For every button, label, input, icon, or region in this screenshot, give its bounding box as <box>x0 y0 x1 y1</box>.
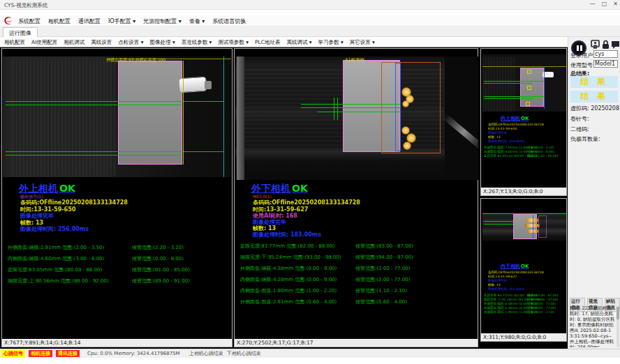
close-button[interactable]: ✕ <box>613 1 618 7</box>
menu-item-io-config[interactable]: IO手配置 ▾ <box>108 17 135 25</box>
yellow-edge-line <box>183 61 184 165</box>
measurement-row: 内侧圆弧-隔膜:4.60mm 范围:(3.00 - 6.00)报警范围:(0.0… <box>8 255 238 261</box>
menu-item-view[interactable]: 查看 ▾ <box>189 17 205 25</box>
tab-strip: 运行图像 <box>0 26 620 37</box>
alarm-range: 报警:(1.10 - 2.10) <box>527 310 554 314</box>
magenta-roi <box>538 215 547 238</box>
alarm-range: 报警:(2.00 - 77.00) <box>527 306 556 310</box>
barcode-line: 条码码:OFfline20250208133134728 <box>488 123 544 126</box>
time-line: 时间:13-31-59-650 <box>488 127 517 130</box>
menu-item-comm-config[interactable]: 通讯配置 <box>78 17 101 25</box>
proc-time-line: 图像处理时间: 183.00ms <box>488 287 524 291</box>
tool-other-settings[interactable]: 其它设置 ▾ <box>350 39 375 46</box>
virtual-code-value: 20250208 <box>591 105 619 112</box>
upper-camera-heartbeat-msg: 上相机心跳结束 <box>189 350 223 357</box>
tool-ai-config[interactable]: AI使用配置 <box>31 39 57 46</box>
result-ok-badge: OK <box>520 116 529 121</box>
machine-edge <box>237 56 244 180</box>
measure-line-vertical <box>334 98 334 120</box>
camera-view-outer-lower[interactable]: A1检测框 <box>235 56 478 180</box>
measurement-row: 内侧圆弧-隔膜:4.28mm 范围:(0.00 - 9.00)报警范围:(2.0… <box>240 276 471 282</box>
alarm-range: 报警:(94.00 - 97.00) <box>527 298 558 301</box>
result-display-2: 结 果 <box>570 91 618 103</box>
camera-name: 外下相机 <box>251 183 290 194</box>
result-ok-badge: OK <box>58 183 75 194</box>
tool-offline-setting[interactable]: 离线设置 <box>91 39 112 46</box>
minimize-button[interactable]: — <box>590 1 596 7</box>
measurement-row: 蓝膜宽度:83.05mm (80.00 - 86.00)报警:(81.00 - … <box>484 154 565 158</box>
menu-item-language[interactable]: 系统语言切换 <box>212 17 246 25</box>
measure-line <box>301 107 400 108</box>
login-user-input[interactable] <box>593 50 618 58</box>
measurement-row: 隔膜宽度-下:95.24mm 范围:(93.00 - 98.00)报警范围:(9… <box>240 254 471 260</box>
pixel-coords-readout: X:267;Y:13;R:0;G:0;B:0 <box>481 188 566 195</box>
measure-value: 蓝膜宽度:83.77mm 范围:(82.00 - 88.00) <box>240 243 334 250</box>
tool-camera-config[interactable]: 相机配置 <box>4 39 25 46</box>
alarm-range: 报警范围:(89.00 - 91.00) <box>132 278 190 285</box>
cell-block-roi <box>118 61 182 165</box>
corner-marker <box>527 70 531 74</box>
tab-run-image[interactable]: 运行图像 <box>3 27 38 37</box>
measure-value: 外侧圆弧-隔膜:4.38mm 范围:(0.00 - 9.00) <box>240 265 337 272</box>
model-input[interactable] <box>593 60 618 68</box>
scrollbar-thumb[interactable] <box>617 307 619 319</box>
measure-line <box>6 155 182 156</box>
measure-value: 隔膜宽度-下:95.24mm 范围:(93.00 - 98.00) <box>240 254 341 261</box>
olive-reference-line <box>482 66 566 67</box>
alarm-range: 报警范围:(2.00 - 77.00) <box>355 276 410 283</box>
app-window: CYS-视觉检测系统 — □ ✕ 系统配置 相机配置 通讯配置 IO手配置 ▾ … <box>0 0 620 364</box>
tool-image-process[interactable]: 图像处理 ▾ <box>150 39 175 46</box>
camera-view-outer-upper[interactable]: 外膜左高度:93;外膜右高度:100 <box>3 56 231 177</box>
measure-line <box>6 151 224 152</box>
alarm-range: 报警:(83.00 - 87.00) <box>527 294 558 297</box>
camera-name: 外上相机 <box>19 183 58 194</box>
measurement-row: 外侧圆弧-隔膜:4.38mm 范围:(0.00 - 9.00)报警范围:(2.0… <box>240 265 471 271</box>
camera-view-inner-upper[interactable] <box>482 54 566 112</box>
done-line: 图像处理完毕 <box>488 279 507 282</box>
result-display-1: 结 果 <box>570 76 618 88</box>
tool-spotcheck-setting[interactable]: 点检设置 ▾ <box>118 39 143 46</box>
frames-line: 帧数: 13 <box>488 283 501 287</box>
camera-connection-badge: 相机连接 <box>29 350 52 357</box>
alarm-range: 报警范围:(83.00 - 87.00) <box>355 243 413 250</box>
tool-test-params[interactable]: 测试项参数 ▾ <box>218 39 249 46</box>
camera-view-inner-lower[interactable] <box>482 213 566 241</box>
machine-texture <box>482 57 516 112</box>
measure-line <box>318 112 400 112</box>
menu-item-system-config[interactable]: 系统配置 <box>18 17 40 25</box>
measure-value: 内侧圆弧-隔膜:4.28mm 范围:(0.00 - 9.00) <box>240 276 337 283</box>
tool-offline-debug[interactable]: 离线调试 ▾ <box>286 39 311 46</box>
maximize-button[interactable]: □ <box>602 1 607 7</box>
camera-name: 内下相机 <box>501 264 520 269</box>
login-user-label: 登录用户: <box>570 52 595 59</box>
model-label: 使用型号: <box>570 61 595 69</box>
alarm-range: 报警范围:(0.60 - 4.00) <box>355 298 407 305</box>
tool-learn-params[interactable]: 学习参数 ▾ <box>318 39 344 46</box>
measure-line <box>484 83 533 84</box>
done-line: 图像处理完毕 <box>488 131 507 135</box>
measurement-row: 隔膜宽度-上:90.56mm 范围:(88.00 - 92.00)报警范围:(8… <box>8 278 238 284</box>
measurement-row: 外侧圆弧-隔膜:2.91mm 范围:(2.00 - 3.50)报警范围:(2.2… <box>8 244 238 250</box>
alarm-range: 报警范围:(0.00 - 8.00) <box>132 255 184 262</box>
menu-item-light-config[interactable]: 光源控制配置 ▾ <box>143 17 182 25</box>
log-scrollbar[interactable] <box>617 305 619 347</box>
pixel-coords-readout: X:270;Y:2502;R:17;G:17;B:17 <box>235 339 478 347</box>
virtual-code-label: 虚拟码: <box>570 105 589 112</box>
alarm-range: 报警:(0.00 - 8.00) <box>527 150 554 153</box>
measure-line <box>301 104 400 105</box>
measure-line <box>484 224 513 225</box>
measurement-row: 内侧圆弧-圆弧:1.90mm 范围:(1.00 - 2.20)报警范围:(1.1… <box>240 287 471 294</box>
menu-item-camera-config[interactable]: 相机配置 <box>48 17 71 25</box>
barcode-line: 条码码:OFfline20250208133134728 <box>488 271 544 274</box>
heartbeat-status-badge: 心跳信号 <box>1 350 25 357</box>
tool-plc-table[interactable]: PLC地址表 <box>255 39 280 46</box>
measurement-row: 外侧圆弧-圆弧:2.61mm 范围:(0.60 - 4.00)报警范围:(0.6… <box>240 298 471 305</box>
measure-line <box>484 98 533 99</box>
tool-baseline-params[interactable]: 基准线参数 ▾ <box>182 39 212 46</box>
tab-count-label: 负极耳数量: <box>570 135 600 143</box>
tool-camera-debug[interactable]: 相机调试 <box>64 39 84 46</box>
measure-line <box>484 96 544 97</box>
measurement-row: 内侧圆弧-圆弧:1.90mm (1.00 - 2.20)报警:(1.10 - 2… <box>484 310 565 314</box>
measure-value: 外侧圆弧-圆弧:2.61mm 范围:(0.60 - 4.00) <box>240 298 337 305</box>
time-line: 时间:13-31-59-627 <box>488 275 517 278</box>
